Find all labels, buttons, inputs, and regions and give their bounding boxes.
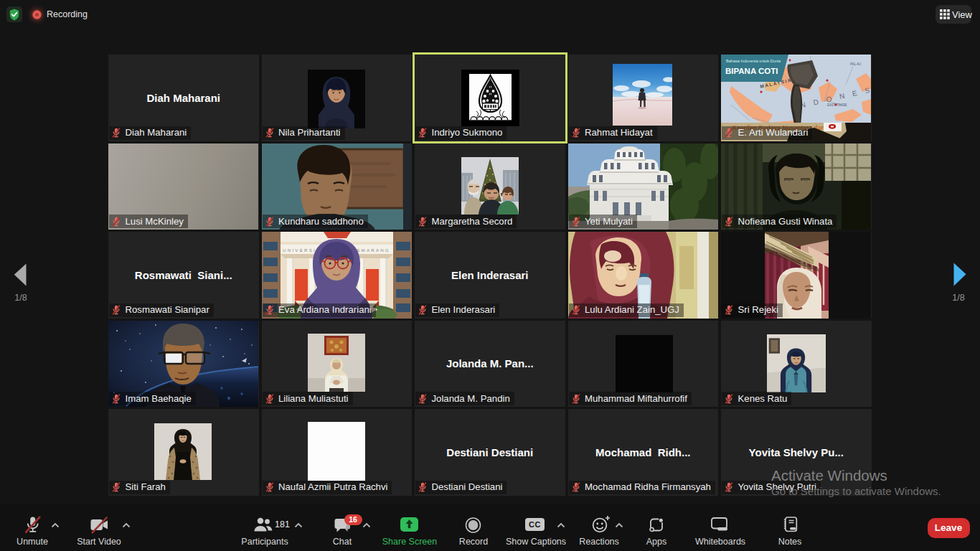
svg-text:PAL AU: PAL AU [850,62,861,66]
svg-text:EAST TIMOR: EAST TIMOR [827,103,847,107]
svg-text:BIPANA COTI: BIPANA COTI [725,67,778,75]
svg-text:Bahasa Indonesia untuk Dunia: Bahasa Indonesia untuk Dunia [726,59,781,63]
